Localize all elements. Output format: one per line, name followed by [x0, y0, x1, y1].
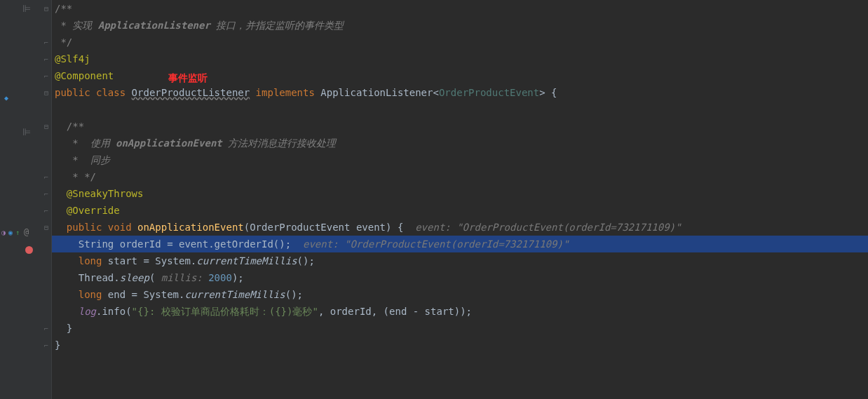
override-up-icon[interactable]: ◑ [1, 229, 6, 236]
code-area[interactable]: 事件监听 /** * 实现 ApplicationListener 接口，并指定… [52, 0, 868, 399]
class-icon: ◆ [4, 94, 8, 102]
fold-end-icon[interactable]: ⌐ [44, 56, 48, 63]
code-line[interactable]: long start = System.currentTimeMillis(); [52, 252, 868, 269]
fold-end-icon[interactable]: ⌐ [44, 325, 48, 332]
code-line[interactable]: @Override [52, 202, 868, 219]
code-line[interactable]: * 实现 ApplicationListener 接口，并指定监听的事件类型 [52, 17, 868, 34]
fold-end-icon[interactable]: ⌐ [44, 208, 48, 215]
code-line[interactable] [52, 101, 868, 118]
code-line[interactable]: @SneakyThrows [52, 185, 868, 202]
code-line[interactable]: * 同步 [52, 151, 868, 168]
fold-start-icon[interactable]: ⊟ [44, 224, 48, 231]
fold-end-icon[interactable]: ⌐ [44, 174, 48, 181]
code-line[interactable]: } [52, 337, 868, 353]
code-line[interactable]: /** [52, 0, 868, 17]
fold-end-icon[interactable]: ⌐ [44, 191, 48, 198]
fold-gutter: ⊟ ⌐ ⌐ ⌐ ⊟ ⊟ ⌐ ⌐ ⌐ ⊟ ⌐ ⌐ [43, 0, 52, 399]
code-line[interactable]: * 使用 onApplicationEvent 方法对消息进行接收处理 [52, 135, 868, 151]
fold-end-icon[interactable]: ⌐ [44, 342, 48, 349]
code-line[interactable]: public void onApplicationEvent(OrderProd… [52, 219, 868, 236]
implement-icon[interactable]: ◉ [8, 229, 13, 236]
code-line[interactable]: Thread.sleep( millis: 2000); [52, 269, 868, 286]
at-icon: @ [24, 227, 29, 237]
code-line[interactable]: */ [52, 34, 868, 50]
gutter: ⊫ ◆ ⊫ ◑ ◉ ↑ @ [0, 0, 43, 399]
up-arrow-icon[interactable]: ↑ [15, 229, 20, 236]
fold-start-icon[interactable]: ⊟ [44, 6, 48, 13]
code-line[interactable]: /** [52, 118, 868, 135]
fold-end-icon[interactable]: ⌐ [44, 39, 48, 46]
breakpoint-icon[interactable] [25, 246, 33, 254]
code-line[interactable]: log.info("{}: 校验订单商品价格耗时：({})毫秒", orderI… [52, 303, 868, 320]
indent-guide-icon: ⊫ [22, 126, 31, 137]
fold-end-icon[interactable]: ⌐ [44, 73, 48, 80]
code-editor[interactable]: ⊫ ◆ ⊫ ◑ ◉ ↑ @ ⊟ ⌐ ⌐ ⌐ ⊟ ⊟ ⌐ ⌐ ⌐ ⊟ ⌐ ⌐ 事件… [0, 0, 868, 399]
fold-start-icon[interactable]: ⊟ [44, 123, 48, 130]
annotation-label: 事件监听 [168, 70, 208, 87]
fold-start-icon[interactable]: ⊟ [44, 90, 48, 97]
code-line[interactable]: } [52, 320, 868, 337]
code-line[interactable]: long end = System.currentTimeMillis(); [52, 286, 868, 303]
indent-guide-icon: ⊫ [22, 3, 31, 14]
code-line[interactable]: @Slf4j [52, 50, 868, 67]
code-line[interactable]: * */ [52, 168, 868, 185]
code-line-current[interactable]: String orderId = event.getOrderId(); eve… [52, 236, 868, 252]
